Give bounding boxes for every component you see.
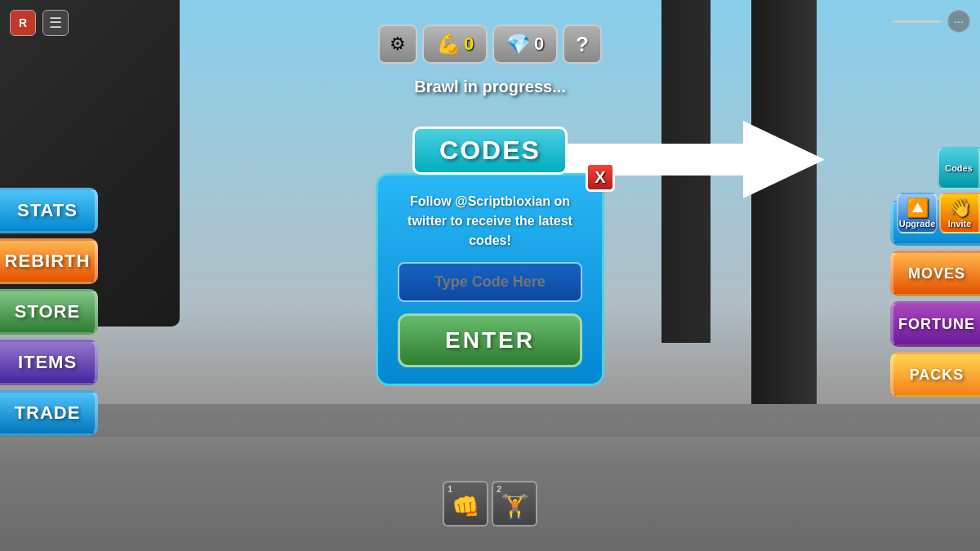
roblox-icon-btn[interactable]: R	[10, 10, 36, 36]
gem-value: 0	[534, 33, 544, 55]
fist-icon: 💪	[436, 33, 461, 56]
invite-icon-btn[interactable]: 👋 Invite	[939, 193, 980, 233]
fortune-button[interactable]: FORTUNE	[890, 301, 980, 347]
ground-detail	[0, 404, 980, 437]
enter-button[interactable]: ENTER	[398, 313, 582, 367]
dots-menu-btn[interactable]: ···	[947, 10, 970, 33]
slot-2-number: 2	[497, 484, 501, 494]
menu-icon-btn[interactable]: ☰	[42, 10, 69, 36]
stats-button[interactable]: STATS	[0, 188, 98, 233]
upgrade-icon-btn[interactable]: 🔼 Upgrade	[897, 193, 938, 233]
fist-stat: 💪 0	[422, 24, 488, 64]
items-button[interactable]: ITEMS	[0, 340, 98, 385]
left-sidebar: STATS REBIRTH STORE ITEMS TRADE	[0, 188, 98, 436]
top-left-corner: R ☰	[10, 10, 69, 36]
brawl-status: Brawl in progress...	[414, 78, 566, 96]
icon-row: 🔼 Upgrade 👋 Invite	[897, 193, 980, 233]
help-icon: ?	[576, 32, 589, 57]
codes-modal-wrapper: CODES X Follow @Scriptbloxian on twitter…	[376, 127, 604, 386]
menu-line	[892, 20, 941, 23]
slot-1-number: 1	[448, 484, 452, 494]
slot-2-icon: 🏋	[501, 493, 529, 520]
packs-button[interactable]: PACKS	[890, 352, 980, 398]
codes-panel: X Follow @Scriptbloxian on twitter to re…	[376, 173, 604, 386]
codes-title[interactable]: CODES	[412, 127, 568, 175]
help-button[interactable]: ?	[563, 24, 602, 64]
settings-button[interactable]: ⚙	[378, 24, 417, 64]
trade-button[interactable]: TRADE	[0, 390, 98, 436]
gem-stat: 💎 0	[492, 24, 558, 64]
codes-icon-btn[interactable]: Codes	[938, 147, 980, 189]
invite-label: Invite	[948, 219, 972, 229]
gear-icon: ⚙	[390, 33, 406, 55]
pillar-right	[751, 0, 817, 408]
fist-value: 0	[464, 33, 474, 55]
moves-button[interactable]: MOVES	[890, 251, 980, 296]
hotbar-slot-1[interactable]: 1 👊	[443, 481, 488, 527]
upgrade-label: Upgrade	[899, 219, 936, 229]
top-right-corner: ···	[892, 10, 970, 33]
top-bar: ⚙ 💪 0 💎 0 ?	[378, 24, 602, 64]
close-button[interactable]: X	[586, 162, 615, 192]
invite-icon: 👋	[949, 198, 971, 219]
slot-1-icon: 👊	[452, 493, 480, 520]
gem-icon: 💎	[506, 33, 531, 56]
code-input[interactable]	[398, 262, 582, 302]
store-button[interactable]: STORE	[0, 289, 98, 335]
codes-icon-label: Codes	[945, 163, 973, 173]
right-icon-strip: Codes 🔼 Upgrade 👋 Invite	[897, 147, 980, 233]
hotbar: 1 👊 2 🏋	[443, 481, 537, 527]
hotbar-slot-2[interactable]: 2 🏋	[492, 481, 537, 527]
codes-description: Follow @Scriptbloxian on twitter to rece…	[398, 192, 582, 251]
rebirth-button[interactable]: REBIRTH	[0, 238, 98, 284]
upgrade-icon: 🔼	[906, 198, 929, 219]
